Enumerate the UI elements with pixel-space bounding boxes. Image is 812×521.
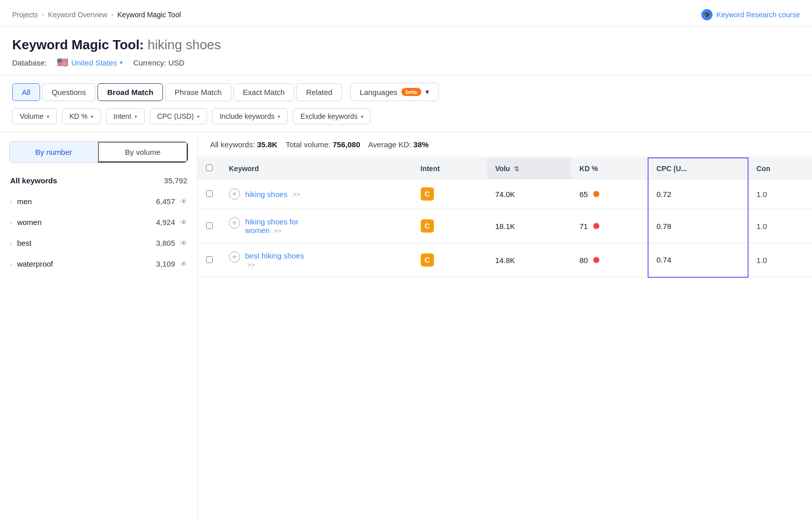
table-row: + hiking shoes forwomen >> C 1 (198, 209, 812, 243)
beta-badge: beta (401, 88, 421, 96)
main-content: By number By volume All keywords 35,792 … (0, 132, 812, 521)
include-keywords-filter[interactable]: Include keywords ▾ (212, 108, 288, 124)
flag-icon: 🇺🇸 (57, 57, 68, 68)
tab-broad-match[interactable]: Broad Match (97, 83, 163, 101)
row1-checkbox-cell (198, 179, 221, 209)
table-summary: All keywords: 35.8K Total volume: 756,08… (198, 132, 812, 157)
row1-keyword-link[interactable]: hiking shoes (245, 190, 287, 199)
expand-best-icon: › (10, 240, 12, 246)
sidebar-best-count: 3,805 (156, 239, 175, 247)
sidebar-list: All keywords 35,792 › men 6,457 👁 (0, 170, 197, 274)
breadcrumb-projects[interactable]: Projects (12, 11, 38, 19)
eye-men-icon[interactable]: 👁 (180, 198, 187, 206)
database-chevron-icon: ▾ (120, 59, 123, 66)
row2-keyword-link[interactable]: hiking shoes forwomen (245, 217, 298, 235)
row3-add-button[interactable]: + (229, 251, 240, 263)
row3-intent-cell: C (413, 243, 487, 277)
sidebar-toggle: By number By volume (9, 141, 188, 163)
row1-arrows-icon: >> (292, 190, 300, 198)
intent-chevron-icon: ▾ (134, 114, 137, 119)
match-tabs: All Questions Broad Match Phrase Match E… (12, 83, 800, 101)
table-row: + best hiking shoes >> C 14.8K (198, 243, 812, 277)
sidebar-men-label: men (17, 197, 32, 206)
eye-women-icon[interactable]: 👁 (180, 218, 187, 226)
sidebar-men-count: 6,457 (156, 197, 175, 206)
by-volume-btn[interactable]: By volume (98, 142, 188, 162)
volume-filter[interactable]: Volume ▾ (12, 108, 57, 124)
row1-cpc-cell: 0.72 (648, 179, 748, 209)
include-chevron-icon: ▾ (278, 114, 280, 119)
row3-arrows-icon: >> (247, 261, 255, 269)
th-volume[interactable]: Volu ⇅ (487, 158, 571, 179)
row2-checkbox[interactable] (206, 222, 213, 229)
sidebar: By number By volume All keywords 35,792 … (0, 132, 198, 521)
page-title: Keyword Magic Tool: hiking shoes (12, 37, 800, 53)
th-kd: KD % (571, 158, 648, 179)
expand-men-icon: › (10, 199, 12, 205)
row1-checkbox[interactable] (206, 190, 213, 197)
row3-kd-dot (593, 257, 599, 263)
expand-women-icon: › (10, 219, 12, 225)
row2-intent-cell: C (413, 209, 487, 243)
tab-exact-match[interactable]: Exact Match (233, 83, 295, 101)
row3-keyword-link[interactable]: best hiking shoes (245, 251, 304, 260)
intent-filter[interactable]: Intent ▾ (106, 108, 145, 124)
eye-best-icon[interactable]: 👁 (180, 239, 187, 247)
th-con: Con (748, 158, 812, 179)
row2-add-button[interactable]: + (229, 217, 240, 229)
row2-keyword-cell: + hiking shoes forwomen >> (221, 209, 413, 243)
course-link[interactable]: 🎓 Keyword Research course (701, 9, 800, 20)
sidebar-item-men[interactable]: › men 6,457 👁 (0, 191, 197, 212)
breadcrumb-keyword-overview[interactable]: Keyword Overview (48, 11, 108, 19)
sidebar-best-label: best (17, 239, 31, 247)
keywords-table: Keyword Intent Volu ⇅ KD % CPC (U... Con (198, 157, 812, 278)
row1-keyword-cell: + hiking shoes >> (221, 179, 413, 209)
sidebar-waterproof-count: 3,109 (156, 259, 175, 268)
tab-languages[interactable]: Languages beta ▾ (350, 83, 439, 101)
volume-sort-icon: ⇅ (514, 166, 519, 173)
row1-volume-cell: 74.0K (487, 179, 571, 209)
row1-add-button[interactable]: + (229, 188, 240, 200)
sidebar-all-count: 35,792 (164, 176, 187, 185)
header-meta: Database: 🇺🇸 United States ▾ Currency: U… (12, 57, 800, 68)
tab-all[interactable]: All (12, 83, 40, 101)
row1-intent-badge: C (421, 187, 434, 201)
tab-related[interactable]: Related (296, 83, 342, 101)
th-checkbox (198, 158, 221, 179)
sidebar-women-count: 4,924 (156, 218, 175, 226)
tab-phrase-match[interactable]: Phrase Match (165, 83, 231, 101)
row2-kd-cell: 71 (571, 209, 648, 243)
sidebar-item-women[interactable]: › women 4,924 👁 (0, 212, 197, 233)
breadcrumb-current: Keyword Magic Tool (117, 11, 181, 19)
row2-intent-badge: C (421, 219, 434, 233)
row1-kd-dot (593, 191, 599, 197)
th-keyword: Keyword (221, 158, 413, 179)
row3-checkbox[interactable] (206, 256, 213, 263)
breadcrumb-sep-2: › (111, 11, 113, 18)
database-value: United States (71, 58, 117, 67)
by-number-btn[interactable]: By number (10, 142, 98, 162)
eye-waterproof-icon[interactable]: 👁 (180, 260, 187, 268)
sidebar-women-label: women (17, 218, 42, 226)
kd-filter[interactable]: KD % ▾ (62, 108, 101, 124)
table-area: All keywords: 35.8K Total volume: 756,08… (198, 132, 812, 521)
exclude-keywords-filter[interactable]: Exclude keywords ▾ (293, 108, 371, 124)
database-selector[interactable]: 🇺🇸 United States ▾ (57, 57, 123, 68)
sidebar-item-waterproof[interactable]: › waterproof 3,109 👁 (0, 253, 197, 274)
page-header: Keyword Magic Tool: hiking shoes Databas… (0, 27, 812, 75)
course-icon: 🎓 (701, 9, 713, 20)
row2-arrows-icon: >> (274, 227, 282, 235)
select-all-checkbox[interactable] (206, 165, 213, 171)
row1-con-cell: 1.0 (748, 179, 812, 209)
tab-questions[interactable]: Questions (42, 83, 96, 101)
row2-volume-cell: 18.1K (487, 209, 571, 243)
languages-chevron-icon: ▾ (425, 87, 429, 96)
row3-keyword-cell: + best hiking shoes >> (221, 243, 413, 277)
row2-cpc-cell: 0.78 (648, 209, 748, 243)
sidebar-item-best[interactable]: › best 3,805 👁 (0, 233, 197, 253)
cpc-filter[interactable]: CPC (USD) ▾ (150, 108, 207, 124)
table-row: + hiking shoes >> C 74.0K 65 (198, 179, 812, 209)
row3-intent-badge: C (421, 253, 434, 267)
sidebar-item-all[interactable]: All keywords 35,792 (0, 170, 197, 191)
currency-label: Currency: USD (133, 58, 184, 67)
